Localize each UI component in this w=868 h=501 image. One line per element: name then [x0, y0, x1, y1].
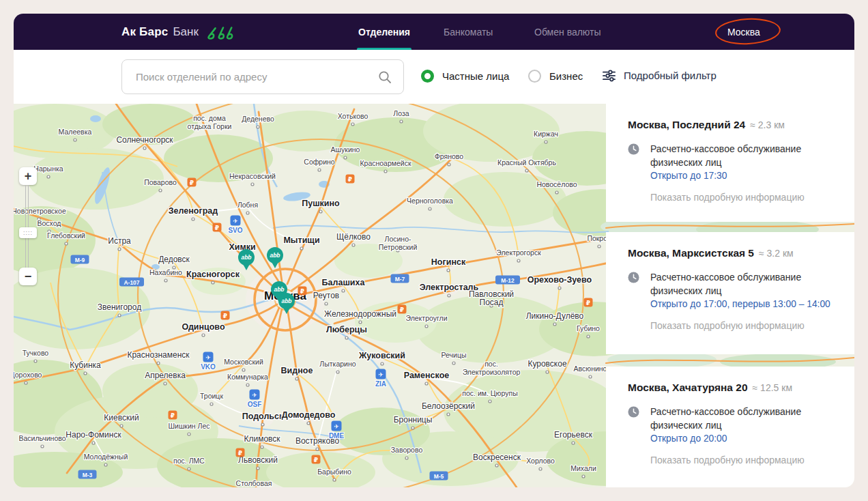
- map-place-dot: [300, 247, 303, 250]
- map-place-dot: [539, 468, 542, 470]
- map-place-dot: [159, 189, 162, 192]
- airport-code-label: DME: [329, 432, 345, 440]
- map-place-label: Красный Октябрь: [497, 158, 556, 167]
- map-place-dot: [188, 468, 190, 470]
- map-place-label: Зеленоград: [169, 206, 218, 216]
- map-place-label: Авсюнино: [574, 364, 607, 373]
- map-place-label: Хорлово: [526, 457, 555, 465]
- map-place-label: Лыткарино: [319, 360, 356, 368]
- detailed-filter-button[interactable]: Подробный фильтр: [602, 68, 717, 83]
- filter-sliders-icon: [602, 68, 616, 83]
- map-place-dot: [545, 141, 547, 143]
- map-place-dot: [589, 375, 592, 378]
- map-place-label: Жуковский: [358, 351, 405, 360]
- map-place-label: Воскресенск: [473, 453, 521, 462]
- tab-atms[interactable]: Банкоматы: [444, 14, 493, 50]
- map-place-dot: [251, 183, 254, 186]
- branch-hours-link[interactable]: Открыто до 17:30: [650, 169, 821, 183]
- map-place-label: Наро-Фоминск: [66, 430, 121, 440]
- map-zoom-in-button[interactable]: +: [19, 167, 37, 185]
- branch-hours-link[interactable]: Открыто до 20:00: [650, 432, 821, 446]
- branch-distance: ≈ 2.3 км: [750, 119, 785, 130]
- airport-code-label: SVO: [228, 227, 242, 234]
- map-place-dot: [558, 287, 561, 289]
- map-place-label: пос. им. Цюрупы: [462, 389, 517, 397]
- map-place-dot: [344, 156, 347, 159]
- branch-more-link[interactable]: Показать подробную информацию: [650, 455, 842, 466]
- branch-card[interactable]: Москва, Хачатуряна 20≈ 12.5 км Расчетно-…: [606, 367, 854, 487]
- map-place-dot: [157, 362, 160, 364]
- map-zoom-slider-handle[interactable]: ::::: [19, 227, 37, 238]
- city-selector[interactable]: Москва: [727, 14, 760, 50]
- airplane-glyph: ✈: [233, 218, 238, 225]
- map-place-dot: [447, 413, 450, 416]
- map-place-dot: [489, 400, 491, 403]
- map-place-dot: [261, 446, 263, 448]
- brand-logo[interactable]: Ак Барс Банк: [121, 14, 242, 50]
- tab-currency-exchange-label: Обмен валюты: [534, 27, 601, 38]
- map-place-label: Черноголовка: [407, 197, 453, 205]
- map-place-label: Домодедово: [282, 410, 336, 420]
- map-place-dot: [212, 281, 214, 284]
- radio-private-clients-label: Частные лица: [442, 70, 509, 82]
- map-place-label: Реутов: [313, 291, 339, 300]
- toll-road-glyph: ₽: [238, 450, 242, 457]
- road-shield-label: А-107: [124, 279, 139, 286]
- branch-distance: ≈ 12.5 км: [753, 382, 792, 393]
- toll-road-glyph: ₽: [223, 313, 227, 319]
- radio-business-dot[interactable]: [528, 70, 541, 83]
- map-place-dot: [307, 422, 310, 425]
- map-place-label: Электроугли: [405, 314, 447, 322]
- map-place-dot: [452, 362, 455, 364]
- radio-private-clients-dot[interactable]: [421, 70, 434, 83]
- tab-branches[interactable]: Отделения: [358, 14, 410, 50]
- branch-service-text: Расчетно-кассовое обслуживание физически…: [650, 270, 821, 298]
- map-and-list: МалеевкаСолнечногорскпос. домаотдыха Гор…: [14, 104, 854, 487]
- map-place-label: пос. ЛМС: [173, 457, 205, 465]
- map-place-label: Железнодорожный: [324, 309, 396, 319]
- radio-private-clients[interactable]: Частные лица: [421, 70, 509, 83]
- detailed-filter-label: Подробный фильтр: [624, 70, 717, 81]
- map-place-label: Пушкино: [302, 199, 340, 208]
- search-icon[interactable]: [378, 70, 392, 84]
- map-place-label: Видное: [281, 366, 313, 375]
- map-place-label: Люберцы: [326, 325, 367, 334]
- branch-hours-link[interactable]: Открыто до 17:00, перерыв 13:00 – 14:00: [650, 298, 830, 311]
- toll-road-glyph: ₽: [171, 412, 175, 419]
- map-place-dot: [242, 369, 245, 371]
- toll-road-glyph: ₽: [190, 180, 194, 186]
- search-input[interactable]: [134, 70, 378, 83]
- map-place-dot: [400, 120, 403, 123]
- map-zoom-slider-track[interactable]: [25, 185, 29, 268]
- map-place-dot: [92, 442, 95, 444]
- map-place-dot: [359, 321, 362, 324]
- map-place-label: Молодёжный: [84, 453, 128, 461]
- tab-currency-exchange[interactable]: Обмен валюты: [534, 14, 601, 50]
- map-place-label: Восход: [38, 219, 61, 227]
- tab-atms-label: Банкоматы: [444, 27, 493, 38]
- branch-card[interactable]: Москва, Последний 24≈ 2.3 км Расчетно-ка…: [606, 104, 854, 222]
- map-place-dot: [553, 323, 556, 326]
- branch-more-link[interactable]: Показать подробную информацию: [650, 320, 842, 331]
- map-place-label: Бронницы: [394, 415, 433, 425]
- map-place-label: Речицы: [442, 351, 467, 359]
- toll-road-glyph: ₽: [300, 288, 304, 295]
- map-place-label: Одинцово: [182, 322, 225, 332]
- branch-more-link[interactable]: Показать подробную информацию: [650, 192, 842, 203]
- map-place-dot: [164, 279, 167, 282]
- radio-business[interactable]: Бизнес: [528, 70, 583, 83]
- toolbar: Частные лица Бизнес Подробный фильтр: [14, 50, 854, 104]
- branch-title: Москва, Последний 24≈ 2.3 км: [628, 119, 842, 131]
- map-place-label: Подольск: [242, 412, 284, 421]
- map-place-dot: [118, 248, 121, 250]
- search-box[interactable]: [121, 59, 404, 94]
- map-place-dot: [210, 403, 213, 405]
- map-place-dot: [74, 139, 76, 141]
- branch-title: Москва, Марксистская 5≈ 3.2 км: [628, 247, 842, 259]
- branch-card[interactable]: Москва, Марксистская 5≈ 3.2 км Расчетно-…: [606, 232, 854, 354]
- map-place-dot: [25, 382, 27, 384]
- map-zoom-out-button[interactable]: −: [19, 268, 37, 285]
- map-place-dot: [118, 314, 121, 317]
- airport-code-label: OSF: [248, 401, 262, 408]
- clock-icon: [628, 272, 639, 283]
